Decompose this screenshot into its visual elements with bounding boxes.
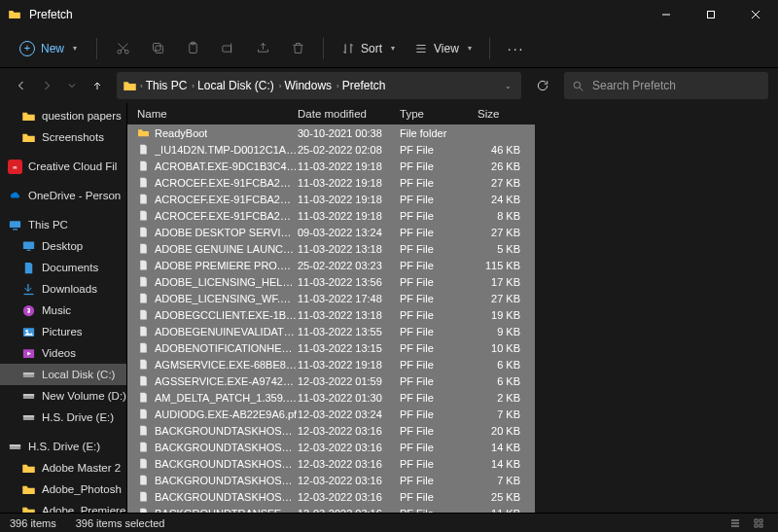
empty-area <box>535 103 778 513</box>
file-name: AGSSERVICE.EXE-A9742B11.pf <box>155 375 298 387</box>
nav-item[interactable]: This PC <box>0 214 126 235</box>
col-name[interactable]: Name <box>127 108 298 120</box>
search-icon <box>572 80 584 92</box>
new-button[interactable]: + New ▾ <box>10 37 87 60</box>
file-row[interactable]: ACROCEF.EXE-91FCBA2A.pf11-03-2022 19:18P… <box>127 174 535 191</box>
file-row[interactable]: ADOBE_LICENSING_HELPER.EXE-A7EF98...11-0… <box>127 273 535 290</box>
videos-icon <box>21 346 36 361</box>
file-row[interactable]: BACKGROUNDTASKHOST.EXE-6D58042C.pf12-03-… <box>127 422 535 439</box>
nav-item[interactable]: Music <box>0 300 126 321</box>
rename-button[interactable] <box>212 33 243 64</box>
nav-item[interactable]: Local Disk (C:) <box>0 364 126 385</box>
nav-item[interactable]: Pictures <box>0 321 126 342</box>
nav-label: Adobe_Photosh <box>42 483 122 495</box>
file-date: 12-03-2022 01:59 <box>298 375 400 387</box>
file-row[interactable]: BACKGROUNDTASKHOST.EXE-9F2EE4C2.pf12-03-… <box>127 455 535 472</box>
nav-item[interactable]: Documents <box>0 257 126 278</box>
recent-button[interactable] <box>60 74 84 97</box>
file-type: PF File <box>400 392 477 404</box>
file-row[interactable]: AGMSERVICE.EXE-68BE8443.pf11-03-2022 19:… <box>127 356 535 372</box>
view-menu[interactable]: View ▾ <box>407 42 479 55</box>
nav-item[interactable]: New Volume (D:) <box>0 385 126 407</box>
breadcrumb-seg[interactable]: Prefetch <box>342 79 386 92</box>
copy-button[interactable] <box>142 33 173 64</box>
file-row[interactable]: BACKGROUNDTRANSFERHOST.EXE-DB32...12-03-… <box>127 505 535 513</box>
file-row[interactable]: AUDIODG.EXE-AB22E9A6.pf12-03-2022 03:24P… <box>127 406 535 422</box>
file-type: PF File <box>400 227 477 238</box>
back-button[interactable] <box>10 74 33 97</box>
svg-rect-24 <box>24 293 34 294</box>
file-row[interactable]: ADOBE GENUINE LAUNCHER.EXE-88D95...11-03… <box>127 240 535 257</box>
file-type: PF File <box>400 491 477 503</box>
file-name: ACROCEF.EXE-91FCBA2C.pf <box>155 210 298 222</box>
col-type[interactable]: Type <box>400 108 477 120</box>
nav-item[interactable]: Desktop <box>0 235 126 257</box>
file-date: 11-03-2022 19:18 <box>298 160 400 172</box>
file-row[interactable]: ADOBENOTIFICATIONHELPER.EXE-25CC...11-03… <box>127 339 535 356</box>
minimize-button[interactable] <box>644 0 689 29</box>
file-list[interactable]: ReadyBoot30-10-2021 00:38File folder_IU1… <box>127 124 535 513</box>
nav-item[interactable]: Adobe_Premiere <box>0 500 126 513</box>
svg-rect-20 <box>10 221 20 228</box>
file-type: PF File <box>400 375 477 387</box>
chevron-down-icon[interactable]: ⌄ <box>505 82 512 90</box>
file-type: PF File <box>400 276 477 288</box>
file-row[interactable]: ReadyBoot30-10-2021 00:38File folder <box>127 124 535 141</box>
delete-button[interactable] <box>282 33 313 64</box>
file-date: 11-03-2022 13:55 <box>298 326 400 337</box>
column-headers[interactable]: Name Date modified Type Size <box>127 103 535 124</box>
file-row[interactable]: BACKGROUNDTASKHOST.EXE-B16326C0.pf12-03-… <box>127 488 535 505</box>
forward-button[interactable] <box>35 74 58 97</box>
thumbnails-view-button[interactable] <box>749 515 768 531</box>
file-row[interactable]: AGSSERVICE.EXE-A9742B11.pf12-03-2022 01:… <box>127 372 535 389</box>
file-row[interactable]: BACKGROUNDTASKHOST.EXE-8CBD7053...12-03-… <box>127 439 535 455</box>
nav-item[interactable]: Downloads <box>0 278 126 300</box>
address-bar[interactable]: › This PC› Local Disk (C:)› Windows› Pre… <box>117 72 521 99</box>
share-button[interactable] <box>247 33 278 64</box>
breadcrumb-seg[interactable]: Windows› <box>284 79 338 92</box>
desktop-icon <box>21 239 36 254</box>
file-date: 11-03-2022 19:18 <box>298 194 400 205</box>
breadcrumb-seg[interactable]: This PC› <box>146 79 194 92</box>
refresh-button[interactable] <box>529 72 556 99</box>
col-date[interactable]: Date modified <box>298 108 400 120</box>
file-row[interactable]: ADOBE PREMIERE PRO.EXE-A70C060E.pf25-02-… <box>127 257 535 273</box>
file-row[interactable]: ACROBAT.EXE-9DC1B3C4.pf11-03-2022 19:18P… <box>127 158 535 174</box>
file-row[interactable]: ADOBE DESKTOP SERVICE.EXE-A2925451.pf09-… <box>127 224 535 240</box>
nav-pane[interactable]: question papersScreenshots∞Creative Clou… <box>0 103 126 513</box>
svg-rect-9 <box>153 44 160 52</box>
nav-item[interactable]: H.S. Drive (E:) <box>0 407 126 428</box>
nav-item[interactable]: Screenshots <box>0 126 126 148</box>
file-row[interactable]: BACKGROUNDTASKHOST.EXE-63F11000.pf12-03-… <box>127 472 535 488</box>
file-row[interactable]: _IU14D2N.TMP-D0012C1A.pf25-02-2022 02:08… <box>127 141 535 158</box>
nav-item[interactable]: Adobe Master 2 <box>0 457 126 479</box>
cut-button[interactable] <box>107 33 138 64</box>
more-button[interactable]: ··· <box>500 41 533 56</box>
nav-item[interactable]: question papers <box>0 105 126 126</box>
nav-label: Downloads <box>42 283 97 295</box>
sort-menu[interactable]: Sort ▾ <box>334 42 403 55</box>
drive-icon <box>8 440 22 454</box>
file-size: 46 KB <box>477 144 526 156</box>
nav-item[interactable]: OneDrive - Person <box>0 185 126 206</box>
details-view-button[interactable] <box>725 515 745 531</box>
col-size[interactable]: Size <box>477 108 526 120</box>
file-row[interactable]: ACROCEF.EXE-91FCBA2C.pf11-03-2022 19:18P… <box>127 207 535 224</box>
close-button[interactable] <box>733 0 778 29</box>
file-row[interactable]: ACROCEF.EXE-91FCBA2B.pf11-03-2022 19:18P… <box>127 191 535 207</box>
nav-item[interactable]: Adobe_Photosh <box>0 479 126 500</box>
file-row[interactable]: AM_DELTA_PATCH_1.359.1677.0.E-3139A...11… <box>127 389 535 406</box>
nav-item[interactable]: Videos <box>0 342 126 364</box>
paste-button[interactable] <box>177 33 208 64</box>
up-button[interactable] <box>86 74 109 97</box>
nav-item[interactable]: ∞Creative Cloud Fil <box>0 156 126 177</box>
file-row[interactable]: ADOBEGENUINEVALIDATOR.EXE-2BCAF8...11-03… <box>127 323 535 339</box>
file-type: PF File <box>400 442 477 453</box>
file-row[interactable]: ADOBE_LICENSING_WF.EXE-85291397.pf11-03-… <box>127 290 535 306</box>
file-row[interactable]: ADOBEGCCLIENT.EXE-1B3F3169.pf11-03-2022 … <box>127 306 535 323</box>
svg-rect-44 <box>755 519 758 522</box>
breadcrumb-seg[interactable]: Local Disk (C:)› <box>197 79 281 92</box>
maximize-button[interactable] <box>689 0 733 29</box>
search-input[interactable]: Search Prefetch <box>564 72 768 99</box>
nav-item[interactable]: H.S. Drive (E:) <box>0 436 126 457</box>
